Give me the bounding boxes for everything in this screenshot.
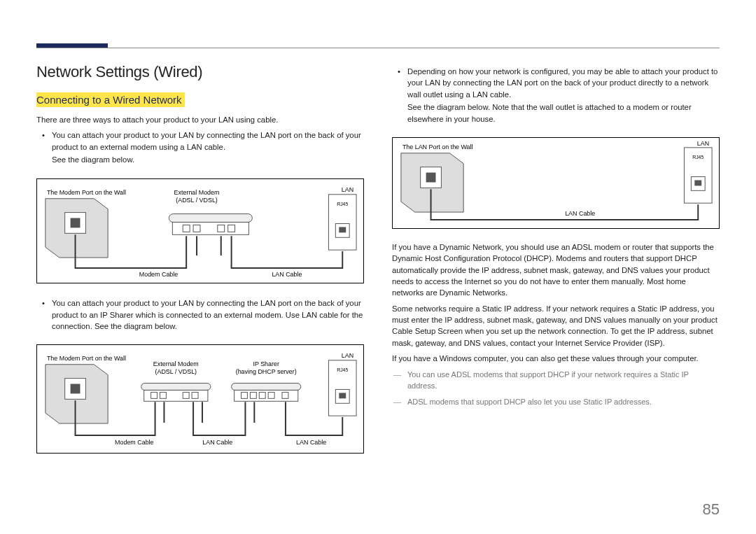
list-item: You can attach your product to your LAN … xyxy=(52,297,364,332)
svg-rect-26 xyxy=(268,393,274,399)
svg-rect-25 xyxy=(259,393,265,399)
bullet-list-right: Depending on how your network is configu… xyxy=(407,66,720,125)
page-title: Network Settings (Wired) xyxy=(36,63,364,81)
list-item: You can use ADSL modems that support DHC… xyxy=(407,369,720,392)
label-sharer: IP Sharer xyxy=(253,360,279,367)
svg-rect-27 xyxy=(282,393,288,399)
top-rule xyxy=(36,48,720,48)
label-rj45: RJ45 xyxy=(337,367,348,372)
label-lan-cable: LAN Cable xyxy=(565,210,595,217)
label-lan: LAN xyxy=(342,352,354,359)
svg-rect-19 xyxy=(183,393,189,399)
list-item: Depending on how your network is configu… xyxy=(407,66,720,125)
label-modem-cable: Modem Cable xyxy=(115,439,153,446)
svg-rect-15 xyxy=(141,384,211,391)
label-lan: LAN xyxy=(342,185,354,192)
svg-rect-3 xyxy=(169,213,252,222)
svg-rect-36 xyxy=(694,180,701,185)
svg-rect-6 xyxy=(193,225,200,232)
bullet-text: You can attach your product to your LAN … xyxy=(52,131,361,150)
label-wall: The Modem Port on the Wall xyxy=(47,355,126,362)
bullet-list-left-2: You can attach your product to your LAN … xyxy=(52,297,364,332)
label-modem: External Modem xyxy=(174,188,220,195)
diagram-ip-sharer: The Modem Port on the Wall External Mode… xyxy=(36,344,364,454)
label-modem-cable: Modem Cable xyxy=(139,270,178,277)
paragraph-static: Some networks require a Static IP addres… xyxy=(392,303,720,349)
bullet-text: Depending on how your network is configu… xyxy=(407,67,718,99)
notes-list: You can use ADSL modems that support DHC… xyxy=(407,369,720,408)
intro-text: There are three ways to attach your prod… xyxy=(36,114,364,125)
section-heading: Connecting to a Wired Network xyxy=(36,92,185,107)
svg-rect-5 xyxy=(183,225,190,232)
bullet-list-left-1: You can attach your product to your LAN … xyxy=(52,129,364,165)
label-modem-sub: (ADSL / VDSL) xyxy=(176,196,218,203)
svg-rect-8 xyxy=(228,225,235,232)
list-item: ADSL modems that support DHCP also let y… xyxy=(407,396,720,408)
label-wall: The Modem Port on the Wall xyxy=(47,188,126,195)
label-lan-cable2: LAN Cable xyxy=(296,439,326,446)
svg-rect-17 xyxy=(151,393,158,399)
svg-rect-23 xyxy=(241,393,247,399)
label-lan-cable1: LAN Cable xyxy=(202,439,232,446)
label-lan: LAN xyxy=(697,140,709,147)
list-item: You can attach your product to your LAN … xyxy=(52,129,364,165)
bullet-text: You can attach your product to your LAN … xyxy=(52,299,363,330)
left-column: Network Settings (Wired) Connecting to a… xyxy=(36,63,364,466)
diagram-wall-direct: The LAN Port on the Wall LAN RJ45 LAN Ca… xyxy=(392,137,720,229)
label-modem-sub: (ADSL / VDSL) xyxy=(155,368,197,375)
label-sharer-sub: (having DHCP server) xyxy=(236,368,297,375)
content-columns: Network Settings (Wired) Connecting to a… xyxy=(36,63,720,466)
svg-rect-7 xyxy=(218,225,225,232)
svg-rect-30 xyxy=(339,393,346,399)
diagram-modem: The Modem Port on the Wall External Mode… xyxy=(36,178,364,284)
svg-rect-18 xyxy=(160,393,166,399)
accent-bar xyxy=(36,43,108,48)
svg-rect-24 xyxy=(250,393,256,399)
svg-rect-21 xyxy=(232,384,301,391)
bullet-sub: See the diagram below. Note that the wal… xyxy=(407,101,720,125)
svg-rect-33 xyxy=(426,172,436,182)
bullet-sub: See the diagram below. xyxy=(52,154,364,165)
svg-rect-2 xyxy=(71,218,80,227)
label-rj45: RJ45 xyxy=(337,201,348,206)
svg-rect-20 xyxy=(192,393,198,399)
paragraph-dhcp: If you have a Dynamic Network, you shoul… xyxy=(392,241,720,299)
label-modem: External Modem xyxy=(153,360,199,367)
svg-rect-14 xyxy=(71,384,80,394)
page-number: 85 xyxy=(703,500,720,519)
svg-rect-11 xyxy=(339,227,346,232)
right-column: Depending on how your network is configu… xyxy=(392,63,720,466)
label-rj45: RJ45 xyxy=(692,155,704,160)
paragraph-windows: If you have a Windows computer, you can … xyxy=(392,353,720,364)
label-lan-cable: LAN Cable xyxy=(272,270,302,277)
label-wall: The LAN Port on the Wall xyxy=(402,143,473,150)
